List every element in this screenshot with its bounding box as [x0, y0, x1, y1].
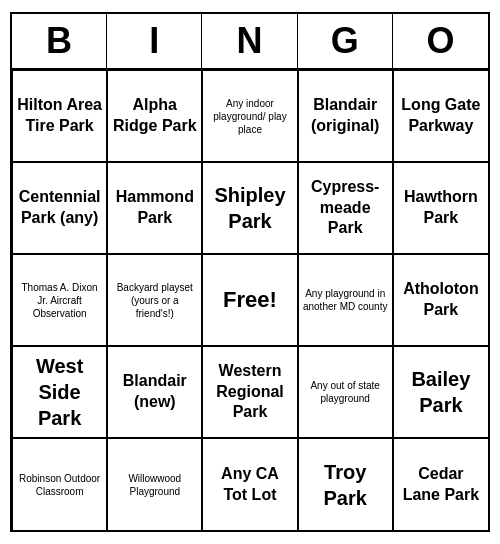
- cell-text: Any CA Tot Lot: [207, 464, 292, 506]
- bingo-cell: Cedar Lane Park: [393, 438, 488, 530]
- bingo-cell: Bailey Park: [393, 346, 488, 438]
- cell-text: Alpha Ridge Park: [112, 95, 197, 137]
- bingo-cell: Backyard playset (yours or a friend's!): [107, 254, 202, 346]
- cell-text: Willowwood Playground: [112, 472, 197, 498]
- bingo-cell: Blandair (original): [298, 70, 393, 162]
- bingo-cell: Hilton Area Tire Park: [12, 70, 107, 162]
- bingo-cell: Cypress-meade Park: [298, 162, 393, 254]
- cell-text: Robinson Outdoor Classroom: [17, 472, 102, 498]
- header-letter: I: [107, 14, 202, 68]
- bingo-cell: Free!: [202, 254, 297, 346]
- cell-text: West Side Park: [17, 353, 102, 431]
- bingo-cell: Blandair (new): [107, 346, 202, 438]
- cell-text: Backyard playset (yours or a friend's!): [112, 281, 197, 320]
- cell-text: Any indoor playground/ play place: [207, 97, 292, 136]
- cell-text: Bailey Park: [398, 366, 484, 418]
- header-letter: G: [298, 14, 393, 68]
- bingo-grid: Hilton Area Tire ParkAlpha Ridge ParkAny…: [12, 70, 488, 530]
- bingo-cell: West Side Park: [12, 346, 107, 438]
- cell-text: Shipley Park: [207, 182, 292, 234]
- cell-text: Troy Park: [303, 459, 388, 511]
- bingo-cell: Robinson Outdoor Classroom: [12, 438, 107, 530]
- cell-text: Cypress-meade Park: [303, 177, 388, 239]
- cell-text: Blandair (original): [303, 95, 388, 137]
- cell-text: Hilton Area Tire Park: [17, 95, 102, 137]
- bingo-cell: Any playground in another MD county: [298, 254, 393, 346]
- cell-text: Western Regional Park: [207, 361, 292, 423]
- cell-text: Atholoton Park: [398, 279, 484, 321]
- bingo-cell: Any indoor playground/ play place: [202, 70, 297, 162]
- cell-text: Hammond Park: [112, 187, 197, 229]
- cell-text: Long Gate Parkway: [398, 95, 484, 137]
- header-letter: O: [393, 14, 488, 68]
- bingo-cell: Long Gate Parkway: [393, 70, 488, 162]
- cell-text: Thomas A. Dixon Jr. Aircraft Observation: [17, 281, 102, 320]
- cell-text: Cedar Lane Park: [398, 464, 484, 506]
- cell-text: Any out of state playground: [303, 379, 388, 405]
- bingo-cell: Centennial Park (any): [12, 162, 107, 254]
- bingo-card: BINGO Hilton Area Tire ParkAlpha Ridge P…: [10, 12, 490, 532]
- cell-text: Free!: [223, 286, 277, 315]
- bingo-cell: Western Regional Park: [202, 346, 297, 438]
- bingo-cell: Hawthorn Park: [393, 162, 488, 254]
- cell-text: Any playground in another MD county: [303, 287, 388, 313]
- bingo-header: BINGO: [12, 14, 488, 70]
- bingo-cell: Thomas A. Dixon Jr. Aircraft Observation: [12, 254, 107, 346]
- bingo-cell: Any out of state playground: [298, 346, 393, 438]
- bingo-cell: Troy Park: [298, 438, 393, 530]
- cell-text: Blandair (new): [112, 371, 197, 413]
- header-letter: B: [12, 14, 107, 68]
- bingo-cell: Atholoton Park: [393, 254, 488, 346]
- bingo-cell: Shipley Park: [202, 162, 297, 254]
- bingo-cell: Alpha Ridge Park: [107, 70, 202, 162]
- header-letter: N: [202, 14, 297, 68]
- cell-text: Hawthorn Park: [398, 187, 484, 229]
- cell-text: Centennial Park (any): [17, 187, 102, 229]
- bingo-cell: Hammond Park: [107, 162, 202, 254]
- bingo-cell: Any CA Tot Lot: [202, 438, 297, 530]
- bingo-cell: Willowwood Playground: [107, 438, 202, 530]
